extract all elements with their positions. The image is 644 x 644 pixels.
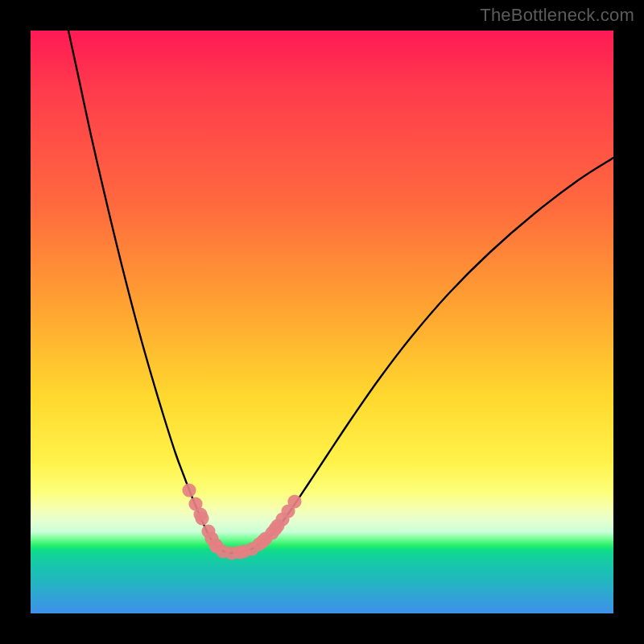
watermark-text: TheBottleneck.com: [480, 5, 634, 26]
curve-layer: [31, 31, 613, 613]
plot-area: [31, 31, 613, 613]
data-point: [182, 483, 196, 497]
bottleneck-curve: [68, 31, 613, 553]
data-point: [195, 511, 208, 525]
chart-frame: TheBottleneck.com: [0, 0, 644, 644]
data-point: [287, 494, 301, 508]
